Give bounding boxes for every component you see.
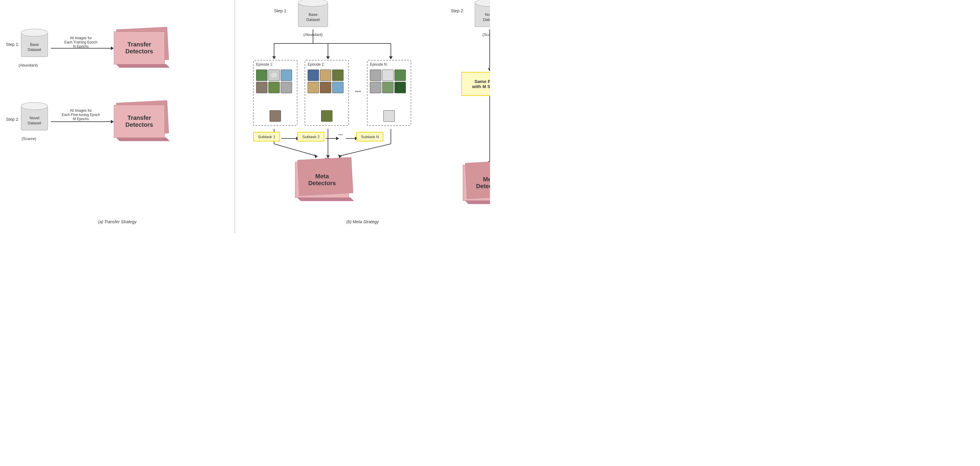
step2-cylinder: NovelDataset — [21, 106, 48, 130]
episode1-label: Episode 1: — [256, 62, 273, 67]
svg-marker-12 — [314, 154, 318, 158]
subtask-dots: ··· — [338, 132, 343, 138]
right-step1-label: Step 1: — [274, 8, 287, 13]
episodeN-box: Episode N: — [367, 60, 411, 126]
svg-marker-19 — [488, 68, 490, 71]
episode2-box: Episode 2: — [305, 60, 349, 126]
step2-dataset-name: NovelDataset — [28, 116, 41, 126]
right-step2-scarce: (Scarce) — [475, 32, 490, 37]
step2-arrow-text: All Images forEach Fine-tuning EpochM Ep… — [52, 109, 109, 121]
right-step2-label: Step 2: — [451, 8, 464, 13]
left-panel: Step 1: BaseDataset (Abundant) All Image… — [0, 0, 235, 233]
svg-marker-5 — [272, 56, 276, 59]
left-caption: (a) Transfer Strategy — [98, 219, 137, 224]
svg-marker-7 — [326, 56, 330, 59]
right-step2-cylinder: NovelDataset — [475, 3, 490, 27]
right-caption: (b) Meta Strategy — [347, 219, 379, 224]
svg-line-11 — [274, 144, 316, 156]
step1-abundant: (Abundant) — [19, 63, 38, 67]
episode1-box: Episode 1: — [253, 60, 298, 126]
step1-transfer-box: TransferDetectors — [114, 32, 165, 64]
dots-to-subtaskN-arrow — [346, 137, 358, 140]
episodeN-label: Episode N: — [370, 62, 388, 67]
subtask2-to-dots-arrow — [326, 137, 339, 140]
step2-label: Step 2: — [6, 117, 19, 122]
right-step1-cylinder: BaseDataset — [298, 3, 328, 27]
episode2-label: Episode 2: — [308, 62, 325, 67]
episode-dots: ... — [355, 85, 361, 94]
step1-cylinder: BaseDataset — [21, 33, 48, 57]
subtask2-box: Subtask 2 — [298, 132, 325, 142]
step1-dataset-name: BaseDataset — [28, 42, 41, 53]
subtask1-box: Subtask 1 — [253, 132, 280, 142]
svg-line-16 — [340, 144, 391, 156]
right-step1-abundant: (Abundant) — [298, 32, 328, 37]
same-process-box: Same Processwith M Subtasks — [461, 72, 490, 96]
step2-transfer-box: TransferDetectors — [114, 105, 165, 138]
step2-scarce: (Scarce) — [22, 136, 36, 141]
subtask1-to-2-arrow — [281, 137, 299, 140]
step1-label: Step 1: — [6, 42, 19, 47]
main-container: Step 1: BaseDataset (Abundant) All Image… — [0, 0, 490, 233]
step1-arrow-text: All Images forEach Training EpochN Epoch… — [52, 36, 109, 49]
right-panel: Step 1: BaseDataset (Abundant) — [235, 0, 490, 233]
meta-detectors-left: MetaDetectors — [295, 162, 349, 198]
subtaskN-box: Subtask N — [356, 132, 383, 142]
svg-marker-9 — [389, 56, 393, 59]
meta-detectors-right: MetaDetectors — [463, 165, 490, 201]
